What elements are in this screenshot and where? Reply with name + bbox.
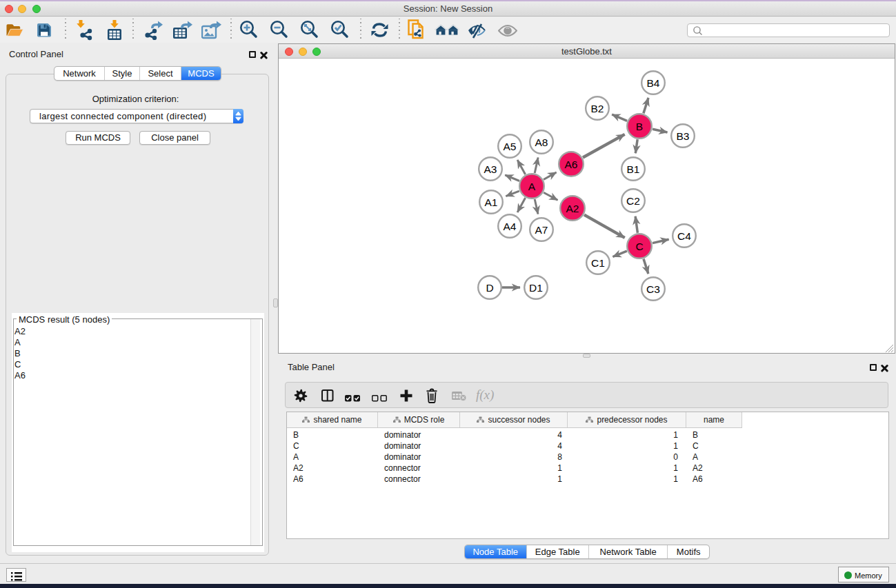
svg-text:C: C — [635, 241, 643, 252]
svg-text:A: A — [528, 181, 536, 192]
svg-text:B2: B2 — [591, 103, 604, 114]
svg-text:B1: B1 — [627, 163, 640, 175]
svg-text:C1: C1 — [591, 257, 605, 269]
svg-text:B4: B4 — [647, 77, 660, 89]
svg-text:C3: C3 — [646, 283, 660, 295]
svg-text:A1: A1 — [485, 196, 498, 208]
svg-text:B3: B3 — [677, 130, 690, 142]
svg-text:A8: A8 — [535, 136, 548, 148]
svg-text:A2: A2 — [566, 203, 579, 214]
svg-text:C2: C2 — [626, 195, 640, 207]
svg-text:A6: A6 — [565, 159, 578, 170]
svg-text:A4: A4 — [504, 221, 517, 232]
svg-text:A7: A7 — [535, 224, 548, 236]
svg-text:A3: A3 — [484, 163, 497, 175]
svg-text:A5: A5 — [504, 141, 517, 152]
svg-text:D: D — [486, 282, 493, 294]
svg-text:D1: D1 — [529, 282, 543, 294]
svg-text:B: B — [636, 121, 643, 132]
svg-text:C4: C4 — [677, 230, 691, 242]
